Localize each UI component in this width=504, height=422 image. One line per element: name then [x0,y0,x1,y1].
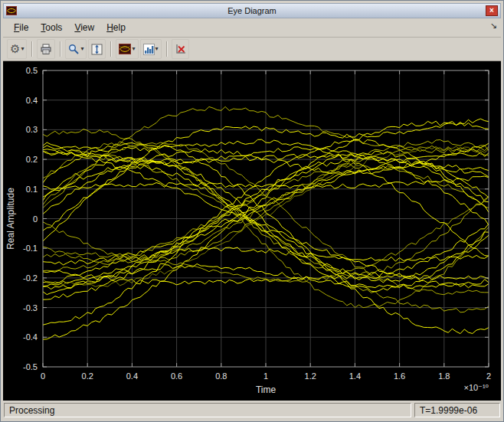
svg-text:0.4: 0.4 [26,96,38,105]
titlebar: Eye Diagram × [3,3,501,18]
menu-file[interactable]: File [8,20,34,35]
svg-text:1.2: 1.2 [305,371,316,381]
svg-text:2: 2 [486,371,491,381]
eye-diagram-window: Eye Diagram × File Tools View Help ↘ ⚙ ▾ [0,0,504,422]
printer-icon [40,44,52,55]
chevron-down-icon: ▾ [80,46,83,52]
magnifier-icon [68,44,80,55]
chevron-down-icon: ▾ [21,46,24,52]
svg-text:-0.2: -0.2 [23,273,38,283]
svg-text:-0.4: -0.4 [23,332,38,342]
chevron-down-icon: ▾ [132,46,135,52]
svg-text:0.2: 0.2 [82,371,93,381]
svg-text:0: 0 [33,214,38,224]
svg-text:Time: Time [256,384,277,395]
histogram-icon [143,44,155,55]
settings-button[interactable]: ⚙ ▾ [7,39,27,59]
svg-text:-0.3: -0.3 [23,303,38,312]
svg-text:1.4: 1.4 [349,371,361,381]
svg-text:0.3: 0.3 [26,125,38,134]
menubar: File Tools View Help ↘ [3,18,501,38]
status-message: Processing [4,403,411,417]
simulation-time: T=1.9999e-06 [414,403,500,417]
histogram-mode-button[interactable]: ▾ [140,39,162,59]
toolbar: ⚙ ▾ ▾ [3,38,501,61]
svg-text:0.5: 0.5 [26,66,38,75]
eye-diagram-plot[interactable]: 00.20.40.60.811.21.41.61.82-0.5-0.4-0.3-… [3,61,501,401]
crossed-axes-icon [175,44,186,55]
toolbar-separator [166,41,167,57]
svg-text:×10⁻¹⁰: ×10⁻¹⁰ [463,383,489,392]
svg-text:Real Amplitude: Real Amplitude [5,188,16,250]
svg-text:1.8: 1.8 [438,371,450,381]
svg-text:0.2: 0.2 [26,155,38,164]
close-button[interactable]: × [486,5,498,16]
svg-text:1.6: 1.6 [394,371,405,381]
svg-text:-0.5: -0.5 [23,362,38,371]
plot-area[interactable]: 00.20.40.60.811.21.41.61.82-0.5-0.4-0.3-… [3,61,501,401]
eye-diagram-icon [119,44,131,54]
gear-icon: ⚙ [10,44,20,55]
toolbar-separator [31,41,32,57]
svg-text:0.4: 0.4 [126,371,138,381]
svg-text:0.6: 0.6 [171,371,182,381]
svg-text:1: 1 [263,371,268,381]
window-title: Eye Diagram [4,6,500,15]
svg-text:-0.1: -0.1 [23,244,38,253]
chevron-down-icon: ▾ [155,46,159,52]
measurements-off-button[interactable] [172,39,189,59]
scale-axes-button[interactable] [88,39,106,59]
dock-arrow-icon[interactable]: ↘ [490,21,497,31]
menu-tools[interactable]: Tools [34,20,68,35]
scale-axes-icon [91,44,103,55]
menu-view[interactable]: View [68,20,100,35]
print-button[interactable] [37,39,55,59]
svg-text:0.1: 0.1 [26,185,38,194]
svg-text:0.8: 0.8 [215,371,227,381]
toolbar-separator [110,41,111,57]
toolbar-separator [60,41,61,57]
svg-text:0: 0 [41,371,45,381]
statusbar: Processing T=1.9999e-06 [3,401,501,419]
zoom-button[interactable]: ▾ [65,39,87,59]
menu-help[interactable]: Help [100,20,132,35]
eye-diagram-mode-button[interactable]: ▾ [116,39,138,59]
